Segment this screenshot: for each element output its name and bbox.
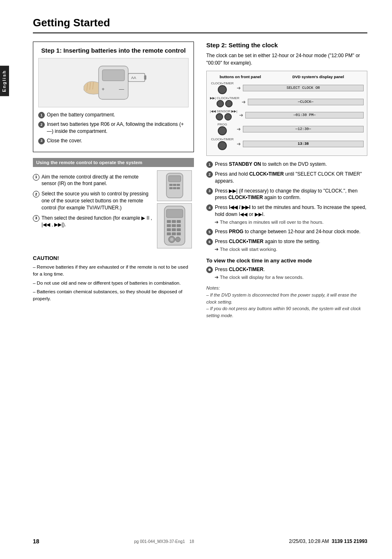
- diagram-row-5: CLOCK•TIMER ➜ 13:38: [210, 137, 364, 150]
- diagram-button-3a: [216, 113, 223, 121]
- step-note: ➜ The clock will start working.: [214, 246, 277, 253]
- step-number: 4: [206, 204, 213, 211]
- main-columns: Step 1: Inserting batteries into the rem…: [33, 42, 367, 319]
- btn-label-3: |◀◀ SENSOR ▶▶|: [210, 109, 237, 113]
- btn-label-5: CLOCK•TIMER: [211, 137, 233, 141]
- right-column: Step 2: Setting the clock The clock can …: [206, 42, 367, 319]
- svg-rect-11: [168, 176, 181, 182]
- step-number: 2: [38, 121, 45, 128]
- step-text: Press STANDBY ON to switch on the DVD sy…: [215, 161, 327, 168]
- svg-rect-26: [167, 228, 171, 231]
- caution-box: CAUTION! – Remove batteries if they are …: [33, 254, 194, 303]
- step-number: 3: [206, 188, 213, 195]
- svg-rect-21: [172, 220, 176, 223]
- clock-intro: The clock can be set in either 12-hour o…: [206, 52, 367, 67]
- svg-rect-29: [167, 232, 171, 235]
- step2-title: Step 2: Setting the clock: [206, 42, 367, 49]
- clock-step-3: 3 Press ▶▶| (if necessary) to change the…: [206, 188, 367, 202]
- step-number: 1: [206, 161, 213, 168]
- step1-title: Step 1: Inserting batteries into the rem…: [38, 47, 189, 54]
- clock-step-5: 5 Press PROG to change between 12-hour a…: [206, 228, 367, 235]
- clock-step-1: 1 Press STANDBY ON to switch on the DVD …: [206, 161, 367, 168]
- svg-rect-1: [102, 70, 125, 81]
- step1-instructions: 1 Open the battery compartment. 2 Insert…: [38, 111, 189, 144]
- list-item: 1 Open the battery compartment.: [38, 111, 189, 118]
- diagram-row-4: PROG ➜ —12:30—: [210, 123, 364, 135]
- svg-rect-31: [177, 232, 181, 235]
- step-number: 2: [206, 171, 213, 178]
- step-text: Select the source you wish to control by…: [42, 190, 153, 211]
- notes-title: Notes:: [206, 285, 367, 292]
- view-clock-section: To view the clock time in any active mod…: [206, 257, 367, 281]
- step-number: ✱: [206, 267, 213, 273]
- svg-rect-28: [177, 228, 181, 231]
- svg-rect-24: [172, 224, 176, 227]
- diagram-label-left: buttons on front panel: [210, 74, 271, 79]
- list-item: 3 Close the cover.: [38, 137, 189, 144]
- step-number: 3: [33, 215, 39, 222]
- step-note: ➜ The changes in minutes will roll over …: [214, 219, 323, 225]
- svg-rect-15: [169, 187, 173, 189]
- svg-rect-13: [173, 184, 176, 186]
- svg-rect-6: [144, 75, 146, 80]
- step-number: 1: [33, 174, 39, 181]
- svg-rect-30: [172, 232, 176, 235]
- note-2: – If you do not press any buttons within…: [206, 305, 367, 319]
- svg-point-34: [175, 237, 180, 242]
- remote-image-area: [157, 170, 194, 248]
- diagram-screen-3: —01:30 PM—: [245, 112, 364, 118]
- step-text: Press CLOCK•TIMER again to store the set…: [215, 238, 320, 245]
- page-container: English Getting Started Step 1: Insertin…: [0, 0, 392, 559]
- list-item: 1 Aim the remote control directly at the…: [33, 174, 153, 188]
- btn-label-4: PROG: [217, 123, 227, 126]
- svg-rect-23: [167, 224, 171, 227]
- caution-text-1: – Remove batteries if they are exhausted…: [33, 264, 194, 278]
- step-text: Press and hold CLOCK•TIMER until "SELECT…: [215, 171, 367, 185]
- notes-section: Notes: – If the DVD system is disconnect…: [206, 285, 367, 319]
- svg-rect-27: [172, 228, 176, 231]
- remote-top-image: [157, 170, 192, 201]
- svg-text:+: +: [101, 86, 104, 92]
- step-number: 6: [206, 239, 213, 245]
- remote-steps-list: 1 Aim the remote control directly at the…: [33, 174, 153, 229]
- svg-rect-22: [177, 220, 181, 223]
- view-clock-step: ✱ Press CLOCK•TIMER. ➜ The clock will di…: [206, 266, 367, 281]
- diagram-row-2: ▶▶| CLOCK•TIMER ➜ —CLOCK—: [210, 96, 364, 107]
- view-clock-title: To view the clock time in any active mod…: [206, 257, 367, 264]
- diagram-button-2b: [225, 100, 233, 107]
- list-item: 2 Insert two batteries type R06 or AA, f…: [38, 121, 189, 135]
- step-text: Then select the desired function (for ex…: [42, 215, 153, 229]
- diagram-screen-1: SELECT CLOCK OR: [243, 85, 364, 91]
- clock-step-6: 6 Press CLOCK•TIMER again to store the s…: [206, 238, 367, 253]
- step-text: Press PROG to change between 12-hour and…: [215, 228, 360, 235]
- clock-steps-list: 1 Press STANDBY ON to switch on the DVD …: [206, 161, 367, 253]
- diagram-row-1: CLOCK•TIMER ➜ SELECT CLOCK OR: [210, 81, 364, 94]
- diagram-button-5: [218, 141, 227, 150]
- caution-text-3: – Batteries contain chemical substances,…: [33, 288, 194, 303]
- remote-steps-text: 1 Aim the remote control directly at the…: [33, 170, 153, 231]
- clock-step-4: 4 Press I◀◀ / ▶▶I to set the minutes and…: [206, 204, 367, 225]
- battery-image: AA + —: [38, 58, 189, 107]
- step-text: Press ▶▶| (if necessary) to change the d…: [215, 188, 367, 202]
- step1-box: Step 1: Inserting batteries into the rem…: [33, 42, 194, 152]
- list-item: 3 Then select the desired function (for …: [33, 215, 153, 229]
- svg-point-33: [170, 238, 173, 241]
- diagram-row-3: |◀◀ SENSOR ▶▶| ➜ —01:30 PM—: [210, 109, 364, 121]
- diagram-header: buttons on front panel DVD system's disp…: [210, 74, 364, 79]
- diagram-button-1: [218, 85, 227, 94]
- diagram-button-3b: [224, 113, 232, 121]
- svg-rect-17: [177, 187, 180, 189]
- caution-title: CAUTION!: [33, 254, 194, 262]
- step-number: 1: [38, 112, 45, 118]
- step-text: Insert two batteries type R06 or AA, fol…: [47, 121, 189, 135]
- diagram-button-4: [218, 126, 227, 135]
- svg-rect-14: [177, 184, 180, 186]
- clock-diagram: buttons on front panel DVD system's disp…: [206, 71, 367, 156]
- svg-text:AA: AA: [131, 76, 136, 80]
- diagram-label-right: DVD system's display panel: [273, 74, 364, 79]
- remote-section: 1 Aim the remote control directly at the…: [33, 170, 194, 248]
- step-number: 3: [38, 138, 45, 144]
- step-number: 5: [206, 229, 213, 235]
- side-tab: English: [0, 66, 9, 96]
- btn-label-1: CLOCK•TIMER: [211, 81, 233, 85]
